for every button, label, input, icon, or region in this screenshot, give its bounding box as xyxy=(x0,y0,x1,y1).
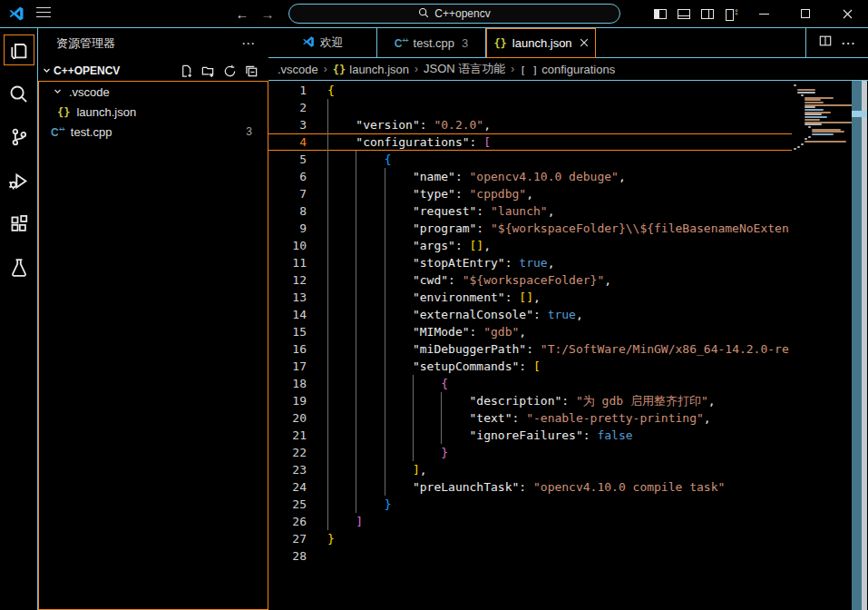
line-number[interactable]: 6 xyxy=(268,168,307,185)
refresh-icon[interactable] xyxy=(222,64,238,79)
minimize-button[interactable] xyxy=(743,0,785,27)
new-folder-icon[interactable] xyxy=(200,64,216,79)
history-back-icon[interactable]: ← xyxy=(232,4,252,24)
code-line-25[interactable]: 25 } xyxy=(268,496,792,513)
line-number[interactable]: 9 xyxy=(268,220,307,237)
command-center-search[interactable]: C++opencv xyxy=(288,4,620,24)
line-number[interactable]: 3 xyxy=(268,116,307,133)
code-line-17[interactable]: 17 "setupCommands": [ xyxy=(268,358,792,375)
breadcrumb-item[interactable]: [ ]configurations xyxy=(520,63,615,76)
line-number[interactable]: 12 xyxy=(268,271,307,289)
activity-item-search[interactable] xyxy=(0,72,37,115)
minimap[interactable] xyxy=(794,84,848,166)
activity-item-run-and-debug[interactable] xyxy=(0,159,37,202)
code-line-12[interactable]: 12 "cwd": "${workspaceFolder}", xyxy=(268,271,792,289)
line-number[interactable]: 13 xyxy=(268,289,307,306)
line-number[interactable]: 27 xyxy=(268,530,307,547)
code-line-11[interactable]: 11 "stopAtEntry": true, xyxy=(268,254,792,271)
activity-item-extensions[interactable] xyxy=(0,202,37,246)
activity-item-explorer[interactable] xyxy=(0,28,37,72)
line-number[interactable]: 26 xyxy=(268,513,307,530)
line-number[interactable]: 8 xyxy=(268,202,307,220)
code-line-28[interactable]: 28 xyxy=(268,547,792,565)
line-number[interactable]: 10 xyxy=(268,237,307,254)
line-number[interactable]: 4 xyxy=(268,133,307,151)
line-number[interactable]: 11 xyxy=(268,254,307,271)
code-line-7[interactable]: 7 "type": "cppdbg", xyxy=(268,185,792,202)
activity-item-source-control[interactable] xyxy=(0,115,37,159)
minimap-line xyxy=(805,106,815,108)
toggle-sidebar-icon[interactable] xyxy=(649,0,672,27)
line-number[interactable]: 19 xyxy=(268,392,307,409)
line-number[interactable]: 20 xyxy=(268,409,307,427)
code-line-15[interactable]: 15 "MIMode": "gdb", xyxy=(268,323,792,340)
code-text: "stopAtEntry": true, xyxy=(327,254,554,271)
code-line-21[interactable]: 21 "ignoreFailures": false xyxy=(268,427,792,444)
line-number[interactable]: 1 xyxy=(268,82,307,99)
breadcrumb-item[interactable]: .vscode xyxy=(278,63,318,76)
activity-item-testing[interactable] xyxy=(0,246,37,290)
sidebar-more-icon[interactable]: ⋯ xyxy=(241,35,256,52)
editor-more-icon[interactable]: ⋯ xyxy=(841,34,855,52)
code-line-27[interactable]: 27} xyxy=(268,530,792,547)
toggle-secondary-sidebar-icon[interactable] xyxy=(696,0,719,27)
line-number[interactable]: 2 xyxy=(268,99,307,116)
breadcrumb-item[interactable]: JSON 语言功能 xyxy=(424,61,505,77)
line-number[interactable]: 16 xyxy=(268,340,307,358)
line-number[interactable]: 25 xyxy=(268,496,307,513)
folder-section-header[interactable]: C++OPENCV xyxy=(38,61,268,81)
code-line-23[interactable]: 23 ], xyxy=(268,461,792,478)
close-button[interactable] xyxy=(826,0,868,27)
history-forward-icon[interactable]: → xyxy=(258,4,278,24)
overview-ruler-mark xyxy=(852,111,867,117)
collapse-all-icon[interactable] xyxy=(244,64,259,79)
code-line-16[interactable]: 16 "miDebuggerPath": "T:/SoftWare/MinGW/… xyxy=(268,340,792,358)
code-line-5[interactable]: 5 { xyxy=(268,151,792,168)
code-line-13[interactable]: 13 "environment": [], xyxy=(268,289,792,306)
line-number[interactable]: 7 xyxy=(268,185,307,202)
source-control-icon xyxy=(4,122,34,152)
line-number[interactable]: 24 xyxy=(268,478,307,496)
code-line-26[interactable]: 26 ] xyxy=(268,513,792,530)
code-line-22[interactable]: 22 } xyxy=(268,444,792,461)
code-editor[interactable]: 1{23 "version": "0.2.0",4 "configuration… xyxy=(268,81,868,610)
tab-test-cpp[interactable]: C++test.cpp3 xyxy=(377,28,486,58)
tree-item--vscode[interactable]: .vscode xyxy=(39,82,268,102)
code-line-2[interactable]: 2 xyxy=(268,99,792,116)
code-line-19[interactable]: 19 "description": "为 gdb 启用整齐打印", xyxy=(268,392,792,409)
code-line-4[interactable]: 4 "configurations": [ xyxy=(268,133,792,151)
code-line-6[interactable]: 6 "name": "opencv4.10.0 debuge", xyxy=(268,168,792,185)
line-number[interactable]: 23 xyxy=(268,461,307,478)
code-line-18[interactable]: 18 { xyxy=(268,375,792,392)
scrollbar-slider[interactable] xyxy=(852,81,862,610)
code-line-20[interactable]: 20 "text": "-enable-pretty-printing", xyxy=(268,409,792,427)
code-line-10[interactable]: 10 "args": [], xyxy=(268,237,792,254)
new-file-icon[interactable] xyxy=(179,64,194,79)
code-line-1[interactable]: 1{ xyxy=(268,82,792,99)
line-number[interactable]: 17 xyxy=(268,358,307,375)
line-number[interactable]: 28 xyxy=(268,547,307,565)
code-line-9[interactable]: 9 "program": "${workspaceFolder}\\${file… xyxy=(268,220,792,237)
line-number[interactable]: 18 xyxy=(268,375,307,392)
breadcrumb-item[interactable]: {}launch.json xyxy=(333,63,409,76)
line-number[interactable]: 21 xyxy=(268,427,307,444)
toggle-panel-icon[interactable] xyxy=(672,0,696,27)
line-number[interactable]: 14 xyxy=(268,306,307,323)
code-line-3[interactable]: 3 "version": "0.2.0", xyxy=(268,116,792,133)
line-number[interactable]: 5 xyxy=(268,151,307,168)
line-number[interactable]: 22 xyxy=(268,444,307,461)
tree-item-test-cpp[interactable]: C++test.cpp3 xyxy=(39,122,268,142)
close-tab-icon[interactable] xyxy=(580,36,589,50)
maximize-button[interactable] xyxy=(785,0,826,27)
tab-label: test.cpp xyxy=(414,36,455,50)
code-line-14[interactable]: 14 "externalConsole": true, xyxy=(268,306,792,323)
code-line-24[interactable]: 24 "preLaunchTask": "opencv4.10.0 compil… xyxy=(268,478,792,496)
tree-item-launch-json[interactable]: {}launch.json xyxy=(39,102,268,122)
line-number[interactable]: 15 xyxy=(268,323,307,340)
tab--[interactable]: 欢迎 xyxy=(268,28,377,58)
code-line-8[interactable]: 8 "request": "launch", xyxy=(268,202,792,220)
customize-layout-icon[interactable] xyxy=(719,0,743,27)
split-editor-icon[interactable] xyxy=(819,34,832,51)
tab-launch-json[interactable]: {}launch.json xyxy=(486,28,596,58)
menu-icon[interactable] xyxy=(36,7,51,19)
